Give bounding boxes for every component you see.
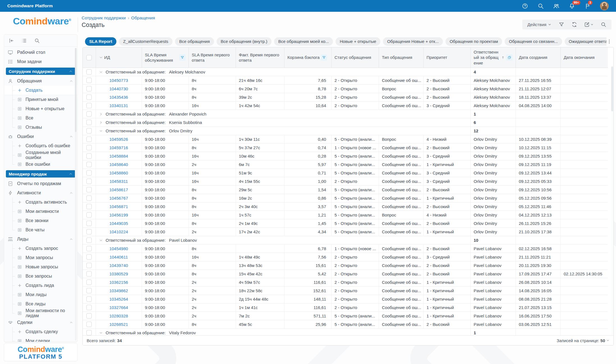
group-header-cell[interactable]: Ответственный за обращение:Ksenia Subbot… (96, 118, 470, 127)
request-id-link[interactable]: 10458884 (109, 154, 128, 158)
sidebar-item-27[interactable]: Все лиды (4, 299, 77, 308)
request-id-link[interactable]: 10456199 (109, 213, 128, 217)
search-icon[interactable] (34, 38, 40, 43)
row-checkbox[interactable] (86, 145, 92, 150)
row-checkbox[interactable] (86, 229, 92, 234)
sidebar-scrollbar[interactable] (75, 48, 77, 341)
row-checkbox[interactable] (86, 111, 92, 117)
tab-1[interactable]: Z_allCustomerRequests (119, 37, 173, 46)
request-id-link[interactable]: 10349862 (109, 288, 128, 293)
row-checkbox[interactable] (86, 162, 92, 167)
sidebar-item-29[interactable]: Сделки (4, 318, 77, 327)
group-toggle[interactable]: Ответственный за обращение:Alexander Pop… (99, 112, 467, 116)
row-checkbox[interactable] (86, 179, 92, 184)
filter-icon[interactable] (321, 54, 327, 61)
row-checkbox[interactable] (86, 330, 92, 335)
help-icon[interactable] (521, 3, 528, 9)
group-by-icon[interactable] (506, 54, 512, 61)
sidebar-item-18[interactable]: Все звонки (4, 216, 77, 225)
select-all-checkbox[interactable] (86, 55, 92, 60)
request-id-link[interactable]: 10456871 (109, 204, 128, 209)
sidebar-item-26[interactable]: Мои лиды (4, 290, 77, 299)
row-checkbox[interactable] (86, 212, 92, 218)
tab-4[interactable]: Все обращения моей ко... (274, 37, 333, 46)
sidebar-item-21[interactable]: Создать запрос (4, 244, 77, 253)
actions-menu-button[interactable]: Действия (527, 22, 551, 27)
users-icon[interactable] (553, 3, 560, 9)
row-checkbox[interactable] (86, 170, 92, 176)
row-checkbox[interactable] (86, 103, 92, 108)
tab-9[interactable]: Ожидающие ответа кли... (565, 37, 606, 46)
table-scrollbar[interactable] (611, 66, 613, 335)
search-icon[interactable] (537, 3, 544, 9)
request-id-link[interactable]: 10458617 (109, 187, 128, 192)
sidebar-section-13[interactable]: Менеджер продаж (6, 170, 75, 178)
request-id-link[interactable]: 10450773 (109, 78, 128, 83)
tabs-overflow-icon[interactable] (606, 39, 612, 44)
sidebar-item-11[interactable]: Созданные мной ошибки (4, 150, 77, 160)
request-id-link[interactable]: 10410224 (109, 229, 128, 234)
row-checkbox[interactable] (86, 254, 92, 260)
edit-menu-button[interactable] (584, 22, 594, 27)
row-checkbox[interactable] (86, 128, 92, 133)
request-id-link[interactable]: 10268521 (109, 322, 128, 327)
sidebar-item-22[interactable]: Мои запросы (4, 253, 77, 262)
row-checkbox[interactable] (86, 322, 92, 327)
row-checkbox[interactable] (86, 296, 92, 302)
request-id-link[interactable]: 10380529 (109, 271, 128, 276)
group-toggle[interactable]: Ответственный за обращение:Ksenia Subbot… (99, 120, 467, 125)
menu-list-icon[interactable] (21, 38, 27, 43)
column-header-backlog[interactable]: Корзина бэклога (284, 47, 331, 68)
row-checkbox[interactable] (86, 288, 92, 293)
tab-2[interactable]: Все обращения (175, 37, 214, 46)
row-checkbox[interactable] (86, 86, 92, 91)
group-toggle[interactable]: Ответственный за обращение:Orlov Dmitry (99, 128, 467, 133)
group-toggle[interactable]: Ответственный за обращение:Vitaly Fedoro… (99, 330, 467, 335)
group-toggle[interactable]: Ответственный за обращение:Pavel Lobanov (99, 238, 467, 243)
sidebar-item-7[interactable]: Все (4, 113, 77, 123)
tab-5[interactable]: Новые + открытые (335, 37, 380, 46)
sidebar-item-12[interactable]: Все ошибки (4, 160, 77, 169)
refresh-icon[interactable] (571, 22, 577, 28)
sidebar-item-31[interactable]: Мои сделки (4, 336, 77, 342)
group-toggle[interactable]: Ответственный за обращение:Aleksey Molch… (99, 70, 467, 74)
sidebar-item-10[interactable]: Сообщить об ошибке (4, 141, 77, 150)
sidebar-item-5[interactable]: Принятые мной (4, 95, 77, 104)
sidebar-item-28[interactable]: Мои активности по лидам (4, 308, 77, 318)
group-header-cell[interactable]: Ответственный за обращение:Aleksey Molch… (96, 68, 470, 76)
row-checkbox[interactable] (86, 313, 92, 319)
collapse-sidebar-icon[interactable] (8, 38, 14, 43)
request-id-link[interactable]: 10435436 (109, 95, 128, 100)
sidebar-item-9[interactable]: Ошибки (4, 132, 77, 141)
column-header-id[interactable]: ИД (96, 47, 142, 68)
sidebar-item-8[interactable]: Отзывы (4, 123, 77, 132)
row-checkbox[interactable] (86, 271, 92, 277)
column-header-finished[interactable]: Дата окончания (560, 47, 608, 68)
sidebar-item-1[interactable]: Мои задачи (4, 57, 77, 66)
row-checkbox[interactable] (86, 195, 92, 201)
row-checkbox[interactable] (86, 95, 92, 100)
sidebar-item-3[interactable]: Обращения (4, 76, 77, 86)
row-checkbox[interactable] (86, 187, 92, 192)
tab-6[interactable]: Обращения Новые + отк... (383, 37, 443, 46)
request-id-link[interactable]: 10340131 (109, 103, 128, 108)
records-per-page-control[interactable]: Записей на странице: 50 (557, 338, 610, 343)
column-header-priority[interactable]: Приоритет (423, 47, 470, 68)
request-id-link[interactable]: 10362156 (109, 280, 128, 285)
sidebar-item-15[interactable]: Активности (4, 188, 77, 197)
row-checkbox[interactable] (86, 305, 92, 310)
request-id-link[interactable]: 10459526 (109, 137, 128, 142)
breadcrumb-page[interactable]: Обращения (131, 15, 155, 20)
request-id-link[interactable]: 10440730 (109, 86, 128, 91)
sidebar-item-19[interactable]: Все чаты (4, 225, 77, 234)
request-id-link[interactable]: 10458640 (109, 162, 128, 167)
request-id-link[interactable]: 10459716 (109, 145, 128, 150)
sidebar-item-25[interactable]: Создать лида (4, 281, 77, 290)
breadcrumb-section[interactable]: Сотрудник поддержки (82, 15, 126, 20)
column-header-type[interactable]: Тип обращения (379, 47, 423, 68)
sidebar-item-23[interactable]: Новые запросы (4, 262, 77, 271)
user-avatar[interactable] (600, 2, 609, 10)
request-id-link[interactable]: 10454980 (109, 246, 128, 251)
flag-icon[interactable]: 3 (584, 3, 591, 9)
tab-3[interactable]: Все обращения (внутр.) (217, 37, 272, 46)
